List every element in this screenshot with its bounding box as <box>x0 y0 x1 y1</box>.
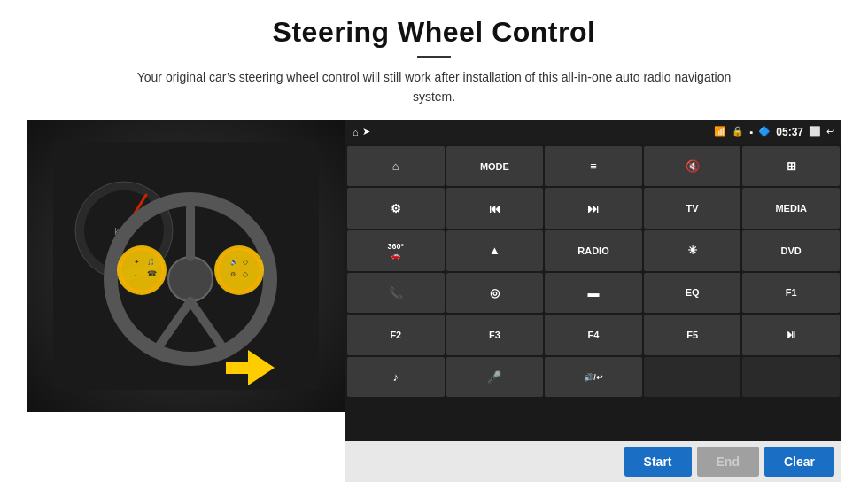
btn-eq[interactable]: EQ <box>644 273 741 314</box>
btn-mic[interactable]: 🎤 <box>446 357 544 398</box>
svg-point-9 <box>117 245 167 295</box>
btn-empty-2 <box>742 357 840 398</box>
status-time: 05:37 <box>776 126 803 138</box>
lock-icon: 🔒 <box>732 126 744 137</box>
home-icon: ⌂ <box>353 127 359 137</box>
btn-dvd[interactable]: DVD <box>742 230 840 271</box>
control-panel: ⌂ ➤ 📶 🔒 ▪ 🔷 05:37 ⬜ ↩ ⌂ MODE ≡ <box>345 120 841 482</box>
btn-list[interactable]: ≡ <box>545 146 642 187</box>
button-grid: ⌂ MODE ≡ 🔇 ⊞ ⚙ ⏮ ⏭ TV MEDIA 360°🚗 ▲ RADI… <box>345 144 841 441</box>
btn-f1[interactable]: F1 <box>742 273 840 314</box>
svg-text:+: + <box>135 258 139 266</box>
svg-text:🎵: 🎵 <box>147 258 155 266</box>
content-area: km/h + <box>27 120 841 482</box>
btn-f3[interactable]: F3 <box>446 315 544 355</box>
btn-next[interactable]: ⏭ <box>545 188 642 229</box>
car-image-section: km/h + <box>27 120 345 412</box>
btn-prev[interactable]: ⏮ <box>446 188 544 229</box>
btn-f5[interactable]: F5 <box>644 315 741 355</box>
btn-radio[interactable]: RADIO <box>545 230 642 271</box>
status-right: 📶 🔒 ▪ 🔷 05:37 ⬜ ↩ <box>714 126 834 138</box>
page-container: Steering Wheel Control Your original car… <box>0 0 868 482</box>
btn-empty-1 <box>644 357 741 398</box>
btn-vol-call[interactable]: 🔊/↩ <box>545 357 642 398</box>
btn-home[interactable]: ⌂ <box>347 146 445 187</box>
btn-tv[interactable]: TV <box>644 188 741 229</box>
btn-music[interactable]: ♪ <box>347 357 445 398</box>
svg-text:⚙: ⚙ <box>230 271 236 277</box>
svg-rect-22 <box>226 362 251 374</box>
nav-icon: ➤ <box>362 126 370 137</box>
svg-text:◇: ◇ <box>243 270 249 278</box>
page-title: Steering Wheel Control <box>273 16 596 49</box>
btn-play-pause[interactable]: ⏯ <box>742 315 840 355</box>
screen-icon: ⬜ <box>809 126 821 137</box>
status-left: ⌂ ➤ <box>353 126 370 137</box>
svg-text:◇: ◇ <box>243 258 249 266</box>
btn-apps[interactable]: ⊞ <box>742 146 840 187</box>
svg-point-5 <box>168 257 213 301</box>
btn-bar[interactable]: ▬ <box>545 273 642 314</box>
svg-text:-: - <box>135 270 137 278</box>
title-divider <box>417 56 451 58</box>
wifi-icon: 📶 <box>714 126 726 137</box>
bottom-action-bar: Start End Clear <box>345 441 841 482</box>
bt-icon: 🔷 <box>758 126 771 137</box>
svg-point-15 <box>214 245 264 295</box>
btn-f2[interactable]: F2 <box>347 315 445 355</box>
btn-f4[interactable]: F4 <box>545 315 642 355</box>
sim-icon: ▪ <box>749 127 753 137</box>
status-bar: ⌂ ➤ 📶 🔒 ▪ 🔷 05:37 ⬜ ↩ <box>345 120 841 144</box>
btn-360[interactable]: 360°🚗 <box>347 230 445 271</box>
btn-media[interactable]: MEDIA <box>742 188 840 229</box>
btn-mode[interactable]: MODE <box>446 146 544 187</box>
svg-text:☎: ☎ <box>147 269 157 278</box>
btn-mute[interactable]: 🔇 <box>644 146 741 187</box>
back-icon: ↩ <box>826 126 834 137</box>
btn-nav[interactable]: ◎ <box>446 273 544 314</box>
btn-phone[interactable]: 📞 <box>347 273 445 314</box>
clear-button[interactable]: Clear <box>764 447 834 477</box>
btn-brightness[interactable]: ☀ <box>644 230 741 271</box>
car-background: km/h + <box>27 120 345 412</box>
btn-eject[interactable]: ▲ <box>446 230 544 271</box>
start-button[interactable]: Start <box>624 447 692 477</box>
page-subtitle: Your original car’s steering wheel contr… <box>133 67 735 107</box>
btn-settings[interactable]: ⚙ <box>347 188 445 229</box>
svg-text:🔊: 🔊 <box>230 258 238 266</box>
end-button[interactable]: End <box>697 447 759 477</box>
steering-wheel-svg: km/h + <box>53 142 319 390</box>
